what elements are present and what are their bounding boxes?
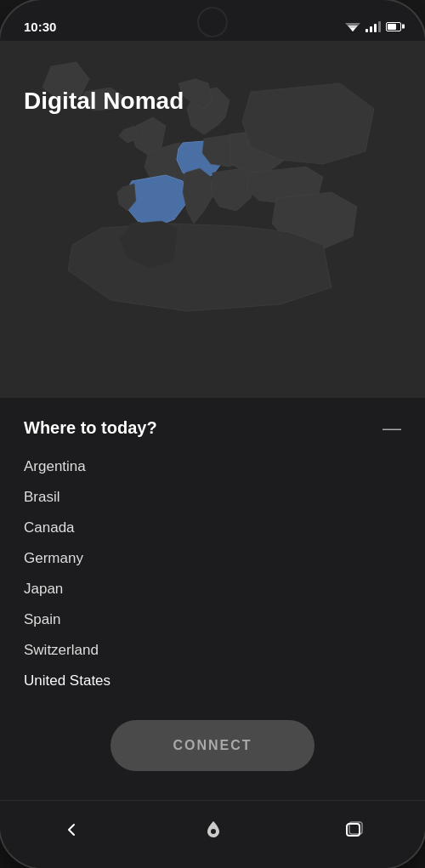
- home-icon: [204, 820, 223, 840]
- nav-bar: [0, 800, 425, 868]
- list-item[interactable]: Japan: [24, 574, 401, 604]
- list-item[interactable]: United States: [24, 666, 401, 696]
- app-title: Digital Nomad: [24, 88, 184, 115]
- content-panel: Where to today? — Argentina Brasil Canad…: [0, 398, 425, 791]
- section-title: Where to today?: [24, 418, 157, 438]
- section-header: Where to today? —: [0, 398, 425, 451]
- list-item[interactable]: Germany: [24, 543, 401, 574]
- svg-point-4: [211, 829, 216, 834]
- list-item[interactable]: Argentina: [24, 451, 401, 482]
- home-button[interactable]: [187, 811, 240, 848]
- status-time: 10:30: [24, 20, 56, 34]
- signal-bars: [366, 20, 381, 32]
- battery-icon: [386, 22, 401, 31]
- phone-frame: 10:30 Digital Nomad: [0, 0, 425, 868]
- connect-area: CONNECT: [0, 696, 425, 791]
- map-container: Digital Nomad: [0, 41, 425, 398]
- list-item[interactable]: Switzerland: [24, 635, 401, 666]
- list-item[interactable]: Brasil: [24, 482, 401, 513]
- recent-button[interactable]: [328, 812, 381, 848]
- recent-icon: [345, 820, 364, 839]
- list-item[interactable]: Spain: [24, 604, 401, 635]
- notch: [197, 7, 228, 37]
- back-icon: [61, 820, 82, 840]
- wifi-icon: [345, 20, 360, 32]
- collapse-icon[interactable]: —: [382, 419, 401, 438]
- status-bar: 10:30: [0, 0, 425, 41]
- list-item[interactable]: Canada: [24, 513, 401, 543]
- svg-marker-2: [350, 28, 355, 31]
- status-icons: [345, 20, 401, 32]
- back-button[interactable]: [44, 811, 99, 848]
- country-list: Argentina Brasil Canada Germany Japan Sp…: [0, 451, 425, 696]
- connect-button[interactable]: CONNECT: [110, 720, 314, 771]
